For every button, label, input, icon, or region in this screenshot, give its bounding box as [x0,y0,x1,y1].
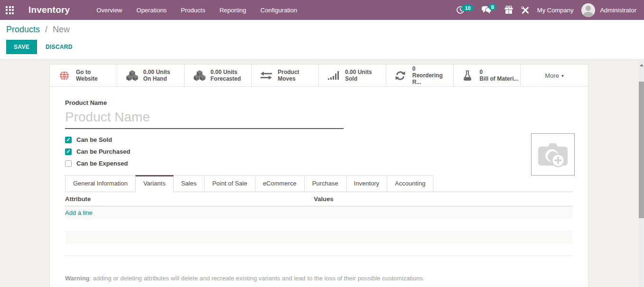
warning-label: Warning [65,275,90,282]
breadcrumb-separator: / [45,25,47,34]
top-navbar: Inventory Overview Operations Products R… [0,0,644,20]
chevron-down-icon: ▾ [561,73,564,78]
control-panel: Products / New SAVE DISCARD [0,20,644,60]
activities-button[interactable]: 10 [456,6,473,14]
menu-item-overview[interactable]: Overview [96,7,122,14]
stat-line2: Sold [345,75,372,82]
tab-ecommerce[interactable]: eCommerce [255,175,305,192]
variants-table-header: Attribute Values [65,192,573,206]
breadcrumb-products[interactable]: Products [6,25,40,34]
company-switcher[interactable]: My Company [537,7,574,14]
apps-menu-icon[interactable] [6,6,14,14]
table-row [65,231,573,243]
refresh-icon [395,71,408,81]
tab-inventory[interactable]: Inventory [346,175,387,192]
go-to-website-button[interactable]: Go to Website [50,65,117,86]
can-be-expensed-row: Can be Expensed [65,160,573,167]
breadcrumb: Products / New [6,25,644,35]
flask-icon [463,70,476,81]
can-be-purchased-checkbox[interactable] [65,148,72,155]
tab-general-information[interactable]: General Information [65,175,136,192]
save-button[interactable]: SAVE [6,40,37,54]
on-hand-button[interactable]: 0.00 Units On Hand [117,65,185,86]
can-be-purchased-row: Can be Purchased [65,148,573,155]
variants-warning: Warning: adding or deleting attributes w… [65,275,573,282]
tab-purchase[interactable]: Purchase [304,175,346,192]
stat-line1: 0.00 Units [143,69,170,75]
stat-button-box: Go to Website 0.00 Units On Hand [50,65,588,87]
can-be-sold-checkbox[interactable] [65,137,72,143]
can-be-purchased-label: Can be Purchased [76,148,130,155]
message-count-badge: 8 [489,4,496,10]
activity-count-badge: 10 [462,5,473,11]
content-area: Go to Website 0.00 Units On Hand [0,60,644,287]
stat-line1: 0.00 Units [345,69,372,75]
warning-body: : adding or deleting attributes will del… [90,275,425,282]
camera-plus-icon [537,141,569,168]
stat-line2: Website [76,75,98,82]
product-name-input[interactable] [65,108,344,129]
product-image-upload[interactable] [531,133,575,176]
notebook-tabs: General Information Variants Sales Point… [65,175,573,192]
globe-icon [59,70,72,81]
messages-button[interactable]: 8 [482,6,496,14]
scrollbar-thumb[interactable] [639,82,644,218]
more-button[interactable]: More ▾ [521,65,588,86]
menu-item-configuration[interactable]: Configuration [261,7,297,14]
support-tools-icon[interactable] [521,6,529,14]
exchange-arrows-icon [261,72,273,80]
app-title: Inventory [28,5,70,15]
breadcrumb-current: New [53,25,70,34]
table-row [65,243,573,256]
main-menu: Overview Operations Products Reporting C… [96,7,297,14]
tab-variants[interactable]: Variants [135,175,174,192]
tab-point-of-sale[interactable]: Point of Sale [204,175,255,192]
stat-line1: 0 [412,65,453,72]
can-be-expensed-checkbox[interactable] [65,160,72,167]
stat-line2: Forecasted [211,75,241,82]
stat-line2: Product Moves [278,69,318,82]
add-a-line-link[interactable]: Add a line [65,209,93,216]
stat-line2: Reordering R... [412,72,453,85]
product-type-checkboxes: Can be Sold Can be Purchased Can be Expe… [65,136,573,167]
can-be-sold-label: Can be Sold [76,136,112,143]
stat-line1: 0.00 Units [211,69,241,75]
can-be-expensed-label: Can be Expensed [76,160,128,167]
vertical-scrollbar[interactable] [639,62,644,287]
tab-accounting[interactable]: Accounting [387,175,433,192]
forecasted-button[interactable]: 0.00 Units Forecasted [185,65,252,86]
product-name-label: Product Name [65,99,573,106]
stat-line1: 0 [480,69,519,75]
table-row: Add a line [65,206,573,219]
user-menu[interactable]: Administrator [600,7,636,14]
menu-item-reporting[interactable]: Reporting [219,7,246,14]
stat-line1: Go to [76,69,98,75]
gift-icon[interactable] [504,6,513,14]
stat-line2: Bill of Materi... [480,75,519,82]
cubes-icon [126,70,139,81]
user-avatar[interactable] [581,3,595,17]
sold-button[interactable]: 0.00 Units Sold [319,65,386,86]
menu-item-operations[interactable]: Operations [137,7,167,14]
table-row [65,219,573,231]
can-be-sold-row: Can be Sold [65,136,573,143]
signal-bars-icon [328,71,341,80]
bill-of-materials-button[interactable]: 0 Bill of Materi... [454,65,521,86]
stat-line2: On Hand [143,75,170,82]
form-sheet: Go to Website 0.00 Units On Hand [49,64,588,287]
column-header-attribute: Attribute [65,195,314,203]
menu-item-products[interactable]: Products [181,7,205,14]
product-moves-button[interactable]: Product Moves [252,65,319,86]
column-header-values: Values [314,195,573,203]
tab-sales[interactable]: Sales [173,175,205,192]
reordering-rules-button[interactable]: 0 Reordering R... [386,65,454,86]
discard-button[interactable]: DISCARD [46,44,73,50]
scroll-up-arrow[interactable] [639,62,644,68]
cubes-icon [194,70,206,81]
